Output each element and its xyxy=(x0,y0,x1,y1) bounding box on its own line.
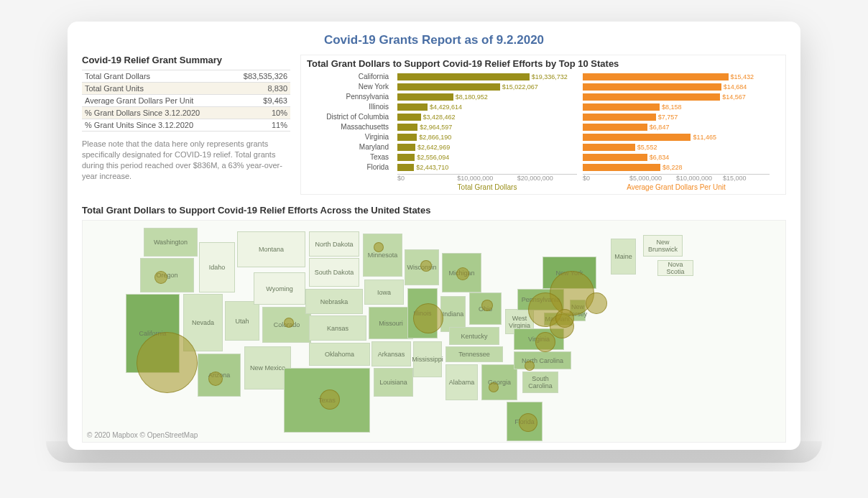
bar-value-label: $19,336,732 xyxy=(530,73,568,80)
map-state-ga[interactable]: Georgia xyxy=(481,364,517,400)
state-category-labels: CaliforniaNew YorkPennsylvaniaIllinoisDi… xyxy=(305,72,392,191)
state-label: Florida xyxy=(305,162,392,172)
map-state-ny[interactable]: New York xyxy=(542,257,596,289)
us-map-chart[interactable]: © 2020 Mapbox © OpenStreetMap Washington… xyxy=(82,220,786,443)
map-state-ks[interactable]: Kansas xyxy=(309,315,366,341)
map-state-nd[interactable]: North Dakota xyxy=(309,231,359,257)
map-state-tn[interactable]: Tennessee xyxy=(445,346,503,362)
map-state-tx[interactable]: Texas xyxy=(284,368,370,433)
bar-row[interactable]: $2,964,597 xyxy=(397,122,577,132)
bar-value-label: $3,428,462 xyxy=(421,114,456,121)
state-label: Pennsylvania xyxy=(305,92,392,102)
summary-row: Total Grant Units8,830 xyxy=(82,83,290,95)
summary-title: Covid-19 Relief Grant Summary xyxy=(82,55,290,65)
bar-row[interactable]: $6,834 xyxy=(583,152,770,162)
map-attribution: © 2020 Mapbox © OpenStreetMap xyxy=(87,431,198,439)
bar-row[interactable]: $4,429,614 xyxy=(397,102,577,112)
map-state-me[interactable]: Maine xyxy=(611,239,636,275)
summary-row: % Grant Units Since 3.12.202011% xyxy=(82,119,290,132)
map-state-sc[interactable]: South Carolina xyxy=(522,372,558,393)
map-state-va[interactable]: Virginia xyxy=(514,328,564,350)
map-state-ia[interactable]: Iowa xyxy=(364,280,404,305)
avg-axis-label: Average Grant Dollars Per Unit xyxy=(583,183,770,191)
map-state-mi[interactable]: Michigan xyxy=(442,253,481,292)
top10-charts-panel[interactable]: Total Grant Dollars to Support Covid-19 … xyxy=(300,55,786,195)
bar-value-label: $6,834 xyxy=(647,154,670,161)
map-state-mt[interactable]: Montana xyxy=(237,231,305,267)
bar-row[interactable]: $8,180,952 xyxy=(397,92,577,102)
map-state-pa[interactable]: Pennsylvania xyxy=(517,289,564,310)
bar-value-label: $2,964,597 xyxy=(417,124,452,131)
bar-row[interactable]: $15,432 xyxy=(583,72,770,82)
total-dollars-bar-chart[interactable]: $19,336,732$15,022,067$8,180,952$4,429,6… xyxy=(397,72,577,191)
bar-value-label: $8,228 xyxy=(660,164,683,171)
map-state-ms[interactable]: Mississippi xyxy=(413,341,442,377)
bar-row[interactable]: $7,757 xyxy=(583,112,770,122)
map-bubble xyxy=(586,292,607,314)
bar-row[interactable]: $11,465 xyxy=(583,132,770,142)
bar-value-label: $2,556,094 xyxy=(415,154,449,161)
bar-row[interactable]: $6,847 xyxy=(583,122,770,132)
charts-title: Total Grant Dollars to Support Covid-19 … xyxy=(307,58,781,69)
bar-value-label: $6,847 xyxy=(647,124,670,131)
bar-row[interactable]: $14,567 xyxy=(583,92,770,102)
map-state-la[interactable]: Louisiana xyxy=(374,368,413,397)
bar-row[interactable]: $5,552 xyxy=(583,142,770,152)
bar-row[interactable]: $2,443,710 xyxy=(397,162,577,172)
bar-row[interactable]: $14,684 xyxy=(583,82,770,92)
map-state-wy[interactable]: Wyoming xyxy=(254,272,305,305)
map-state-ok[interactable]: Oklahoma xyxy=(309,343,370,366)
bar-value-label: $11,465 xyxy=(691,134,716,141)
map-state-ns[interactable]: Nova Scotia xyxy=(657,260,693,276)
summary-panel: Covid-19 Relief Grant Summary Total Gran… xyxy=(82,55,290,195)
bar-value-label: $8,158 xyxy=(660,103,682,111)
state-label: Maryland xyxy=(305,142,392,152)
map-state-ky[interactable]: Kentucky xyxy=(449,327,499,345)
map-state-oh[interactable]: Ohio xyxy=(469,292,502,325)
map-state-ne[interactable]: Nebraska xyxy=(305,289,363,314)
map-state-fl[interactable]: Florida xyxy=(507,402,542,441)
bar-value-label: $15,022,067 xyxy=(500,83,538,91)
avg-axis: $0$5,000,000$10,000,000$15,000 xyxy=(583,174,770,182)
bar-row[interactable]: $19,336,732 xyxy=(397,72,577,82)
bar-value-label: $14,567 xyxy=(720,93,746,101)
state-label: District of Columbia xyxy=(305,112,392,122)
avg-per-unit-bar-chart[interactable]: $15,432$14,684$14,567$8,158$7,757$6,847$… xyxy=(583,72,770,191)
map-state-ut[interactable]: Utah xyxy=(225,301,259,341)
map-state-az[interactable]: Arizona xyxy=(198,354,241,397)
bar-row[interactable]: $2,642,969 xyxy=(397,142,577,152)
bar-value-label: $2,866,190 xyxy=(417,134,451,141)
map-state-ca[interactable]: California xyxy=(126,294,180,373)
map-state-wi[interactable]: Wisconsin xyxy=(405,249,439,285)
bar-row[interactable]: $8,158 xyxy=(583,102,770,112)
map-state-nj[interactable]: New Jersey xyxy=(570,300,586,321)
state-label: Massachusetts xyxy=(305,122,392,132)
map-state-id[interactable]: Idaho xyxy=(199,242,235,292)
dollars-axis: $0$10,000,000$20,000,000 xyxy=(397,174,577,182)
map-state-al[interactable]: Alabama xyxy=(445,364,478,400)
map-state-mn[interactable]: Minnesota xyxy=(363,234,402,277)
map-state-il[interactable]: Illinois xyxy=(407,288,438,338)
map-state-nc[interactable]: North Carolina xyxy=(514,351,571,369)
bar-value-label: $8,180,952 xyxy=(453,93,488,101)
map-state-co[interactable]: Colorado xyxy=(262,307,311,343)
bar-row[interactable]: $15,022,067 xyxy=(397,82,577,92)
state-label: California xyxy=(305,72,392,82)
map-state-nv[interactable]: Nevada xyxy=(183,294,223,351)
map-state-ar[interactable]: Arkansas xyxy=(371,341,411,366)
map-state-mo[interactable]: Missouri xyxy=(369,307,413,339)
map-state-sd[interactable]: South Dakota xyxy=(309,258,359,287)
map-state-or[interactable]: Oregon xyxy=(140,258,194,292)
map-state-nb[interactable]: New Brunswick xyxy=(643,235,683,257)
bar-row[interactable]: $8,228 xyxy=(583,162,770,172)
map-state-wa[interactable]: Washington xyxy=(144,228,198,257)
dollars-axis-label: Total Grant Dollars xyxy=(397,183,577,191)
bar-value-label: $15,432 xyxy=(729,73,754,80)
bar-value-label: $4,429,614 xyxy=(428,103,462,111)
bar-row[interactable]: $3,428,462 xyxy=(397,112,577,122)
bar-row[interactable]: $2,866,190 xyxy=(397,132,577,142)
state-label: Texas xyxy=(305,152,392,162)
summary-note: Please note that the data here only repr… xyxy=(82,139,290,181)
bar-row[interactable]: $2,556,094 xyxy=(397,152,577,162)
dashboard-frame: Covid-19 Grants Report as of 9.2.2020 Co… xyxy=(68,22,800,450)
